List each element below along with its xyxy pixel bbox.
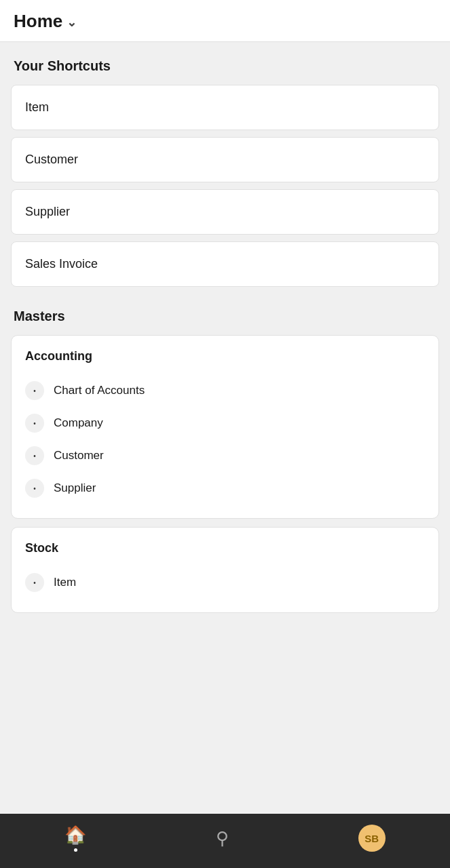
masters-card-title: Stock [25,541,425,555]
masters-card-title: Accounting [25,349,425,363]
shortcut-card-label: Sales Invoice [25,257,98,271]
list-item[interactable]: •Chart of Accounts [25,374,425,407]
shortcut-card[interactable]: Customer [11,137,439,182]
header: Home ⌄ [0,0,450,42]
shortcut-card[interactable]: Supplier [11,189,439,235]
masters-item-label: Item [54,576,76,589]
main-content: Your Shortcuts ItemCustomerSupplierSales… [0,42,450,681]
list-item[interactable]: •Company [25,407,425,439]
masters-item-label: Company [54,416,103,430]
bullet-icon: • [25,479,44,498]
shortcuts-section-heading: Your Shortcuts [11,58,439,74]
nav-home[interactable]: 🏠 [64,825,86,852]
home-title: Home [14,11,62,32]
list-item[interactable]: •Item [25,566,425,599]
nav-search[interactable]: ⚲ [216,828,229,849]
shortcuts-list: ItemCustomerSupplierSales Invoice [11,85,439,287]
masters-item-label: Customer [54,449,104,462]
header-title-container[interactable]: Home ⌄ [14,11,77,32]
nav-home-dot [74,848,77,852]
bullet-icon: • [25,414,44,433]
search-icon: ⚲ [216,828,229,849]
masters-item-label: Supplier [54,481,96,495]
masters-card: Stock•Item [11,527,439,613]
bullet-icon: • [25,573,44,592]
chevron-down-icon: ⌄ [67,15,77,30]
bullet-icon: • [25,446,44,465]
masters-item-label: Chart of Accounts [54,384,145,397]
shortcut-card-label: Item [25,100,49,114]
shortcut-card[interactable]: Item [11,85,439,130]
masters-section: Accounting•Chart of Accounts•Company•Cus… [11,335,439,613]
user-avatar: SB [358,825,386,852]
bottom-nav: 🏠 ⚲ SB [0,814,450,868]
nav-avatar[interactable]: SB [358,825,386,852]
masters-section-heading: Masters [11,309,439,324]
bullet-icon: • [25,381,44,400]
shortcut-card-label: Supplier [25,205,70,218]
list-item[interactable]: •Supplier [25,472,425,505]
shortcut-card-label: Customer [25,153,78,166]
shortcut-card[interactable]: Sales Invoice [11,241,439,287]
list-item[interactable]: •Customer [25,439,425,472]
masters-card: Accounting•Chart of Accounts•Company•Cus… [11,335,439,519]
home-icon: 🏠 [64,825,86,846]
